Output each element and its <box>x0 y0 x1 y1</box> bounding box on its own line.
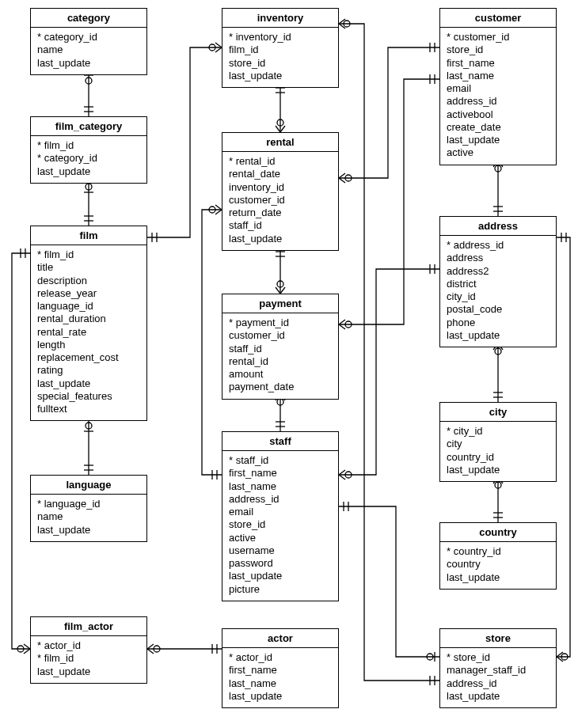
field: return_date <box>229 207 332 219</box>
svg-line-61 <box>339 324 345 329</box>
field: title <box>37 261 140 274</box>
svg-line-19 <box>215 47 222 52</box>
svg-line-71 <box>339 470 345 475</box>
entity-rental: rental* rental_idrental_dateinventory_id… <box>222 132 339 251</box>
entity-title: store <box>440 629 556 648</box>
svg-line-50 <box>215 205 222 210</box>
field: last_update <box>447 329 549 342</box>
field: last_update <box>37 665 140 678</box>
entity-country: country* country_idcountrylast_update <box>439 522 557 590</box>
field: * film_id <box>37 248 140 261</box>
entity-title: country <box>440 523 556 542</box>
field: email <box>447 82 549 95</box>
field: * inventory_id <box>229 31 332 44</box>
field: * store_id <box>447 651 549 664</box>
field: address_id <box>447 677 549 690</box>
field: address <box>447 252 549 264</box>
field: * category_id <box>37 152 140 165</box>
svg-line-36 <box>280 126 285 132</box>
field: last_update <box>37 524 140 537</box>
field: length <box>37 339 140 351</box>
field: address_id <box>447 95 549 108</box>
field: last_update <box>229 70 332 82</box>
field: manager_staff_id <box>447 664 549 677</box>
entity-fields: * actor_idfirst_namelast_namelast_update <box>222 648 338 707</box>
entity-fields: * payment_idcustomer_idstaff_idrental_id… <box>222 313 338 399</box>
field: email <box>229 506 332 518</box>
entity-fields: * film_id* category_idlast_update <box>31 136 146 183</box>
entity-language: language* language_idnamelast_update <box>30 475 147 542</box>
field: create_date <box>447 121 549 134</box>
field: rental_id <box>229 355 332 368</box>
field: last_name <box>229 677 332 690</box>
entity-title: inventory <box>222 9 338 28</box>
field: release_year <box>37 287 140 300</box>
field: district <box>447 278 549 290</box>
field: rating <box>37 364 140 377</box>
entity-fields: * city_idcitycountry_idlast_update <box>440 422 556 481</box>
entity-fields: * rental_idrental_dateinventory_idcustom… <box>222 152 338 250</box>
entity-film: film* film_idtitledescriptionrelease_yea… <box>30 226 147 421</box>
field: store_id <box>229 518 332 531</box>
field: city_id <box>447 290 549 303</box>
entity-title: film_actor <box>31 617 146 636</box>
field: last_update <box>37 377 140 390</box>
svg-line-28 <box>147 649 154 654</box>
field: * actor_id <box>229 651 332 664</box>
svg-line-41 <box>276 287 280 294</box>
entity-inventory: inventory* inventory_idfilm_idstore_idla… <box>222 8 339 88</box>
field: language_id <box>37 300 140 313</box>
field: first_name <box>447 57 549 70</box>
field: description <box>37 275 140 287</box>
field: last_update <box>37 165 140 178</box>
field: last_update <box>447 134 549 146</box>
field: name <box>37 510 140 523</box>
field: active <box>447 146 549 159</box>
field: last_update <box>229 570 332 582</box>
entity-title: film <box>31 226 146 245</box>
svg-line-27 <box>147 644 154 649</box>
svg-line-18 <box>215 43 222 47</box>
entity-fields: * category_idnamelast_update <box>31 28 146 74</box>
field: store_id <box>229 57 332 70</box>
field: username <box>229 544 332 557</box>
entity-title: actor <box>222 629 338 648</box>
entity-film_actor: film_actor* actor_id* film_idlast_update <box>30 616 147 684</box>
field: activebool <box>447 108 549 121</box>
field: rental_duration <box>37 313 140 325</box>
entity-fields: * staff_idfirst_namelast_nameaddress_ide… <box>222 451 338 601</box>
entity-fields: * store_idmanager_staff_idaddress_idlast… <box>440 648 556 707</box>
field: * customer_id <box>447 31 549 44</box>
entity-category: category* category_idnamelast_update <box>30 8 147 75</box>
field: * address_id <box>447 239 549 252</box>
field: inventory_id <box>229 181 332 194</box>
entity-title: rental <box>222 133 338 152</box>
entity-title: city <box>440 403 556 422</box>
entity-actor: actor* actor_idfirst_namelast_namelast_u… <box>222 628 339 708</box>
entity-fields: * country_idcountrylast_update <box>440 542 556 589</box>
field: first_name <box>229 664 332 677</box>
field: * actor_id <box>37 639 140 652</box>
field: name <box>37 44 140 56</box>
entity-title: payment <box>222 294 338 313</box>
entity-title: customer <box>440 9 556 28</box>
field: * staff_id <box>229 454 332 467</box>
field: country <box>447 558 549 571</box>
field: * film_id <box>37 139 140 152</box>
field: fulltext <box>37 403 140 415</box>
field: phone <box>447 317 549 329</box>
svg-line-72 <box>339 475 345 480</box>
field: last_update <box>37 57 140 70</box>
field: first_name <box>229 467 332 480</box>
entity-fields: * address_idaddressaddress2districtcity_… <box>440 236 556 347</box>
entity-title: address <box>440 217 556 236</box>
svg-line-56 <box>339 178 345 183</box>
field: * country_id <box>447 545 549 558</box>
field: last_update <box>229 233 332 245</box>
svg-line-24 <box>24 649 30 654</box>
field: city <box>447 438 549 450</box>
field: last_name <box>447 70 549 82</box>
svg-line-35 <box>276 126 280 132</box>
field: replacement_cost <box>37 351 140 364</box>
entity-staff: staff* staff_idfirst_namelast_nameaddres… <box>222 431 339 601</box>
